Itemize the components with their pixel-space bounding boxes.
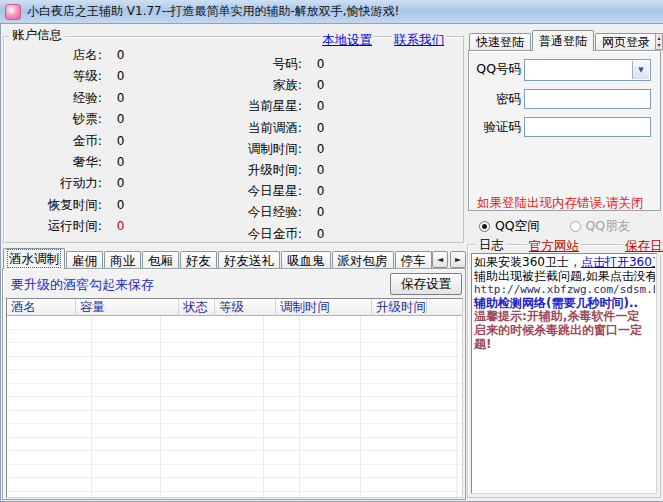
login-tab[interactable]: 快速登陆: [469, 33, 531, 51]
account-field-label: 今日金币:: [174, 226, 302, 241]
tab-scroll-spinner-icon[interactable]: ▴▾: [655, 33, 663, 50]
brew-table-header-cell[interactable]: 状态: [179, 299, 215, 316]
brew-table-header-cell[interactable]: 等级: [215, 299, 276, 316]
log-line-text: http://www.xbfzwg.com/sdsm.htm: [474, 283, 655, 296]
log-line-text: 辅助出现被拦截问题,如果点击没有: [474, 270, 655, 283]
account-field-value: 0: [317, 99, 325, 114]
log-line: http://www.xbfzwg.com/sdsm.htm: [474, 283, 655, 297]
feature-tab-label: 好友: [186, 253, 211, 268]
log-line: 题!: [474, 338, 655, 352]
app-window: 小白夜店之王辅助 V1.77--打造最简单实用的辅助-解放双手,愉快游戏! 账户…: [0, 0, 663, 502]
tab-scroll-left-icon[interactable]: ◄: [432, 251, 448, 268]
column-divider: [263, 316, 264, 498]
contact-us-link[interactable]: 联系我们: [392, 32, 446, 49]
account-field-row: 家族: 0: [174, 77, 324, 98]
account-field-row: 经验: 0: [4, 90, 124, 111]
radio-unselected-icon: [570, 221, 581, 232]
account-field-row: 今日经验: 0: [174, 204, 324, 225]
log-line: 温馨提示:开辅助,杀毒软件一定: [474, 310, 655, 324]
account-field-row: 等级: 0: [4, 68, 124, 89]
feature-tab-label: 酒水调制: [9, 251, 59, 266]
brew-hint-text: 要升级的酒窖勾起来保存: [11, 276, 154, 294]
dropdown-arrow-icon[interactable]: ▼: [632, 61, 649, 79]
brew-table-header: 酒名 容量 状态 等级 调制时间 升级时间: [7, 299, 462, 316]
account-info-legend: 账户信息: [9, 28, 65, 42]
column-divider: [91, 316, 92, 498]
feature-tab[interactable]: 派对包房: [332, 251, 394, 269]
account-field-value: 0: [317, 184, 325, 199]
account-field-value: 0: [317, 121, 325, 136]
login-tab-page: QQ号码 ▼ 密码 验证码 如果登陆出现内存错误,请关闭: [468, 50, 661, 211]
login-tab-strip: 快速登陆 普通登陆 网页登录: [469, 30, 663, 51]
account-field-value: 0: [117, 91, 125, 106]
feature-tab-label: 雇佣: [72, 253, 97, 268]
account-field-label: 运行时间:: [4, 218, 102, 233]
account-field-value: 0: [117, 134, 125, 149]
feature-tab[interactable]: 雇佣: [66, 251, 103, 269]
radio-qq-zone[interactable]: QQ空间: [479, 218, 540, 235]
local-settings-link[interactable]: 本地设置: [320, 32, 374, 49]
brew-table-header-cell[interactable]: 酒名: [7, 299, 76, 316]
feature-tab[interactable]: 包厢: [142, 251, 179, 269]
log-line-link[interactable]: 点击打开360卫士: [581, 256, 655, 269]
save-settings-button[interactable]: 保存设置: [390, 273, 462, 295]
feature-tab-label: 吸血鬼: [287, 253, 325, 268]
brew-table-header-cell[interactable]: 容量: [76, 299, 179, 316]
log-text-area[interactable]: 如果安装360卫士，点击打开360卫士 辅助出现被拦截问题,如果点击没有 htt…: [471, 253, 657, 494]
password-input[interactable]: [524, 89, 651, 109]
account-field-value: 0: [117, 112, 125, 127]
column-divider: [456, 316, 457, 498]
brew-table-header-cell[interactable]: 调制时间: [276, 299, 372, 316]
account-field-label: 店名:: [4, 47, 102, 62]
account-field-row: 金币: 0: [4, 133, 124, 154]
account-field-value: 0: [317, 142, 325, 157]
account-field-value: 0: [117, 48, 125, 63]
title-bar[interactable]: 小白夜店之王辅助 V1.77--打造最简单实用的辅助-解放双手,愉快游戏!: [0, 0, 663, 24]
account-field-row: 恢复时间: 0: [4, 197, 124, 218]
captcha-input[interactable]: [524, 117, 651, 137]
feature-tab[interactable]: 商业: [104, 251, 141, 269]
account-field-label: 行动力:: [4, 175, 102, 190]
log-groupbox: 日志 官方网站 保存日志 如果安装360卫士，点击打开360卫士 辅助出现被拦截…: [467, 244, 661, 498]
feature-tab[interactable]: 停车: [395, 251, 432, 269]
account-field-value: 0: [117, 176, 125, 191]
column-divider: [160, 316, 161, 498]
brew-table[interactable]: 酒名 容量 状态 等级 调制时间 升级时间: [6, 298, 463, 498]
feature-tab-label: 停车: [401, 253, 426, 268]
column-divider: [299, 316, 300, 498]
login-tab[interactable]: 网页登录: [595, 33, 657, 51]
account-field-label: 恢复时间:: [4, 197, 102, 212]
brew-table-header-cell[interactable]: 升级时间: [372, 299, 427, 316]
account-field-value: 0: [117, 69, 125, 84]
feature-tab-strip: 酒水调制 雇佣 商业 包厢 好友 好友送礼 吸血鬼: [3, 248, 433, 269]
feature-tab-label: 派对包房: [338, 253, 388, 268]
account-field-label: 金币:: [4, 133, 102, 148]
feature-tab[interactable]: 吸血鬼: [281, 251, 331, 269]
account-field-row: 当前星星: 0: [174, 98, 324, 119]
account-field-value: 0: [317, 227, 325, 242]
feature-tab[interactable]: 好友送礼: [218, 251, 280, 269]
captcha-label: 验证码: [471, 117, 521, 137]
feature-tab-label: 好友送礼: [224, 253, 274, 268]
login-tab[interactable]: 普通登陆: [532, 30, 594, 51]
login-memory-warning: 如果登陆出现内存错误,请关闭: [477, 195, 661, 211]
tab-scroll-right-icon[interactable]: ►: [450, 251, 466, 268]
feature-tab-label: 包厢: [148, 253, 173, 268]
account-field-row: 钞票: 0: [4, 111, 124, 132]
password-label: 密码: [471, 89, 521, 109]
account-field-value: 0: [317, 163, 325, 178]
account-field-row: 今日金币: 0: [174, 226, 324, 247]
login-tab-label: 快速登陆: [476, 35, 524, 49]
qq-number-input[interactable]: [526, 61, 630, 79]
brew-table-body[interactable]: [7, 316, 462, 498]
qq-number-combobox[interactable]: ▼: [524, 59, 651, 81]
radio-qq-friend[interactable]: QQ朋友: [570, 218, 631, 235]
account-field-value: 0: [117, 219, 125, 234]
account-field-row: 号码: 0: [174, 56, 324, 77]
feature-tab[interactable]: 好友: [180, 251, 217, 269]
account-field-label: 等级:: [4, 68, 102, 83]
feature-tab[interactable]: 酒水调制: [3, 248, 65, 269]
log-line-text: 如果安装360卫士，: [474, 256, 581, 269]
column-divider: [360, 316, 361, 498]
account-field-label: 经验:: [4, 90, 102, 105]
